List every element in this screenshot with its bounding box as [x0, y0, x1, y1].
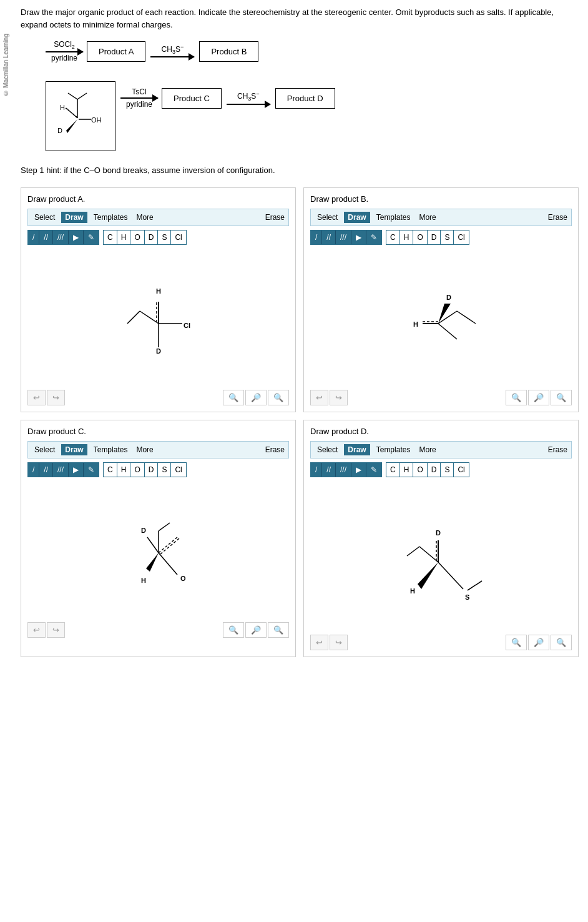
more-btn-a[interactable]: More — [134, 212, 155, 223]
redo-btn-d[interactable]: ↪ — [330, 635, 348, 650]
svg-line-46 — [407, 547, 419, 556]
erase-btn-a[interactable]: Erase — [265, 213, 285, 222]
atom-o-b[interactable]: O — [413, 230, 427, 244]
templates-btn-d[interactable]: Templates — [374, 444, 413, 455]
atom-c-a[interactable]: C — [104, 230, 117, 244]
zoom-fit-btn-b[interactable]: 🔍 — [506, 390, 527, 405]
draw-btn-b[interactable]: Draw — [344, 212, 370, 223]
atom-o-a[interactable]: O — [130, 230, 144, 244]
atom-cl-c[interactable]: Cl — [171, 463, 185, 477]
erase-btn-b[interactable]: Erase — [548, 213, 567, 222]
erase-btn-d[interactable]: Erase — [548, 445, 567, 454]
atom-cl-b[interactable]: Cl — [454, 230, 468, 244]
atom-cl-a[interactable]: Cl — [171, 230, 185, 244]
wedge-btn-a[interactable]: ▶ — [69, 230, 84, 244]
atom-h-d[interactable]: H — [400, 463, 414, 477]
product-d-label: Product D — [287, 94, 323, 103]
undo-btn-d[interactable]: ↩ — [310, 635, 328, 650]
double-bond-btn-c[interactable]: // — [39, 463, 53, 477]
undo-btn-c[interactable]: ↩ — [27, 622, 46, 638]
zoom-in-btn-d[interactable]: 🔍 — [551, 635, 572, 650]
draw-panel-a: Draw product A. Select Draw Templates Mo… — [21, 187, 296, 412]
draw-btn-c[interactable]: Draw — [61, 444, 87, 455]
erase-btn-c[interactable]: Erase — [265, 445, 285, 454]
atom-c-b[interactable]: C — [386, 230, 400, 244]
atom-s-d[interactable]: S — [441, 463, 454, 477]
atom-o-d[interactable]: O — [413, 463, 427, 477]
single-bond-btn-b[interactable]: / — [311, 230, 322, 244]
dash-btn-b[interactable]: ✎ — [366, 230, 381, 244]
wedge-btn-c[interactable]: ▶ — [69, 463, 84, 477]
atom-d-c[interactable]: D — [145, 463, 159, 477]
canvas-c[interactable]: D H O — [27, 481, 289, 618]
svg-line-18 — [127, 311, 140, 324]
select-btn-c[interactable]: Select — [32, 444, 57, 455]
more-btn-b[interactable]: More — [416, 212, 438, 223]
dash-btn-a[interactable]: ✎ — [84, 230, 99, 244]
product-d-box: Product D — [275, 88, 335, 109]
atom-h-c[interactable]: H — [117, 463, 131, 477]
atom-tools-a: C H O D S Cl — [103, 230, 187, 245]
undo-btn-b[interactable]: ↩ — [310, 390, 328, 405]
reagent-pyridine-bottom: pyridine — [126, 100, 152, 109]
zoom-fit-btn-c[interactable]: 🔍 — [223, 622, 244, 638]
draw-btn-a[interactable]: Draw — [61, 212, 87, 223]
zoom-tools-d: 🔍 🔎 🔍 — [506, 635, 572, 650]
zoom-out-btn-d[interactable]: 🔎 — [528, 635, 549, 650]
atom-h-b[interactable]: H — [400, 230, 414, 244]
atom-d-b[interactable]: D — [428, 230, 441, 244]
product-a-svg: H Cl D — [96, 255, 221, 380]
triple-bond-btn-c[interactable]: /// — [53, 463, 69, 477]
atom-s-a[interactable]: S — [158, 230, 171, 244]
wedge-btn-b[interactable]: ▶ — [351, 230, 366, 244]
atom-cl-d[interactable]: Cl — [454, 463, 468, 477]
zoom-in-btn-a[interactable]: 🔍 — [268, 390, 289, 405]
canvas-a[interactable]: H Cl D — [27, 249, 289, 386]
select-btn-a[interactable]: Select — [32, 212, 57, 223]
dash-btn-c[interactable]: ✎ — [84, 463, 99, 477]
triple-bond-btn-b[interactable]: /// — [336, 230, 351, 244]
double-bond-btn-d[interactable]: // — [322, 463, 336, 477]
more-btn-d[interactable]: More — [416, 444, 438, 455]
zoom-fit-btn-a[interactable]: 🔍 — [223, 390, 244, 405]
dash-btn-d[interactable]: ✎ — [366, 463, 381, 477]
undo-redo-d: ↩ ↪ — [310, 635, 348, 650]
atom-s-b[interactable]: S — [441, 230, 454, 244]
wedge-btn-d[interactable]: ▶ — [351, 463, 366, 477]
zoom-out-btn-a[interactable]: 🔎 — [245, 390, 267, 405]
svg-line-32 — [159, 553, 177, 575]
atom-d-d[interactable]: D — [428, 463, 441, 477]
atom-c-c[interactable]: C — [104, 463, 117, 477]
double-bond-btn-a[interactable]: // — [39, 230, 53, 244]
triple-bond-btn-d[interactable]: /// — [336, 463, 351, 477]
product-a-label: Product A — [99, 47, 134, 56]
zoom-in-btn-b[interactable]: 🔍 — [551, 390, 572, 405]
undo-btn-a[interactable]: ↩ — [27, 390, 46, 405]
redo-btn-c[interactable]: ↪ — [47, 622, 65, 638]
redo-btn-b[interactable]: ↪ — [330, 390, 348, 405]
templates-btn-c[interactable]: Templates — [91, 444, 130, 455]
templates-btn-a[interactable]: Templates — [91, 212, 130, 223]
zoom-out-btn-c[interactable]: 🔎 — [245, 622, 267, 638]
select-btn-b[interactable]: Select — [315, 212, 340, 223]
templates-btn-b[interactable]: Templates — [374, 212, 413, 223]
zoom-fit-btn-d[interactable]: 🔍 — [506, 635, 527, 650]
more-btn-c[interactable]: More — [134, 444, 155, 455]
atom-c-d[interactable]: C — [386, 463, 400, 477]
zoom-in-btn-c[interactable]: 🔍 — [268, 622, 289, 638]
atom-d-a[interactable]: D — [145, 230, 159, 244]
atom-s-c[interactable]: S — [158, 463, 171, 477]
canvas-b[interactable]: D H — [310, 249, 572, 386]
zoom-out-btn-b[interactable]: 🔎 — [528, 390, 549, 405]
draw-btn-d[interactable]: Draw — [344, 444, 370, 455]
single-bond-btn-a[interactable]: / — [28, 230, 39, 244]
triple-bond-btn-a[interactable]: /// — [53, 230, 69, 244]
single-bond-btn-c[interactable]: / — [28, 463, 39, 477]
select-btn-d[interactable]: Select — [315, 444, 340, 455]
atom-h-a[interactable]: H — [117, 230, 131, 244]
redo-btn-a[interactable]: ↪ — [47, 390, 65, 405]
double-bond-btn-b[interactable]: // — [322, 230, 336, 244]
canvas-d[interactable]: D H S — [310, 481, 572, 631]
single-bond-btn-d[interactable]: / — [311, 463, 322, 477]
atom-o-c[interactable]: O — [130, 463, 144, 477]
